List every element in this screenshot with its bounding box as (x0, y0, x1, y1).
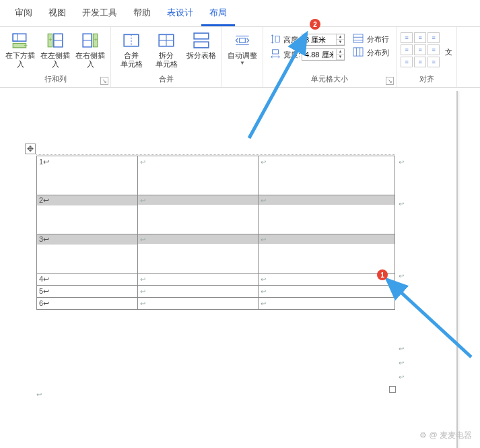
table-cell[interactable]: 6↩ (37, 298, 138, 310)
tab-table-design[interactable]: 表设计 (159, 3, 201, 26)
svg-rect-27 (353, 48, 363, 56)
svg-text:+: + (94, 36, 98, 43)
ribbon-tabs: 审阅 视图 开发工具 帮助 表设计 布局 (0, 0, 480, 27)
insert-left-label: 在左侧插入 (40, 51, 70, 69)
table-cell[interactable]: ↩ (137, 298, 259, 310)
row-height-control: 高度: ▲▼ (270, 34, 345, 46)
svg-rect-22 (275, 36, 279, 42)
table-cell[interactable]: 4↩ (37, 274, 138, 286)
distribute-rows-button[interactable]: 分布行 (353, 34, 389, 44)
row-height-icon (270, 34, 282, 46)
group-rows-cols-label: 行和列 (44, 74, 67, 86)
table-cell[interactable]: ↩ (137, 274, 259, 286)
table-row[interactable]: 6↩↩↩ (37, 298, 395, 310)
align-tl[interactable]: ≡ (401, 32, 413, 43)
insert-below-label: 在下方插入 (5, 51, 35, 69)
table-cell[interactable]: ↩ (259, 156, 395, 195)
svg-rect-1 (13, 34, 18, 41)
insert-right-icon: + (81, 31, 100, 50)
svg-rect-17 (194, 33, 209, 39)
width-input[interactable] (302, 49, 336, 60)
align-mc[interactable]: ≡ (414, 44, 426, 55)
align-tr[interactable]: ≡ (427, 32, 440, 43)
align-mr[interactable]: ≡ (427, 44, 440, 55)
split-table-icon (192, 31, 211, 50)
rows-cols-launcher[interactable]: ↘ (100, 77, 108, 85)
distribute-cols-label: 分布列 (367, 48, 389, 58)
width-spinner[interactable]: ▲▼ (302, 49, 345, 61)
insert-left-button[interactable]: + 在左侧插入 (39, 30, 71, 70)
split-table-button[interactable]: 拆分表格 (185, 30, 217, 61)
callout-badge-1: 1 (377, 269, 388, 280)
table-cell[interactable]: ↩ (137, 195, 259, 234)
table-cell[interactable]: ↩ (137, 286, 259, 298)
svg-rect-18 (194, 42, 209, 48)
table-cell[interactable]: ↩ (259, 195, 395, 234)
width-down[interactable]: ▼ (337, 55, 344, 60)
table-cell[interactable]: 1↩ (37, 156, 138, 195)
table-cell[interactable]: ↩ (259, 274, 395, 286)
group-merge: 合并 单元格 拆分 单元格 拆分表格 合并 (111, 27, 222, 87)
height-up[interactable]: ▲ (337, 34, 344, 40)
table-row[interactable]: 4↩↩↩ (37, 274, 395, 286)
align-grid: ≡ ≡ ≡ ≡ ≡ ≡ ≡ ≡ ≡ (401, 30, 440, 67)
align-tc[interactable]: ≡ (414, 32, 426, 43)
merge-cells-button[interactable]: 合并 单元格 (115, 30, 147, 70)
align-bc[interactable]: ≡ (414, 57, 426, 67)
distribute-rows-label: 分布行 (367, 34, 389, 44)
height-down[interactable]: ▼ (337, 40, 344, 45)
dropdown-icon: ▼ (240, 60, 245, 66)
ribbon: + 在下方插入 + 在左侧插入 + 在右侧插入 行和列 ↘ (0, 27, 480, 88)
table-row[interactable]: 2↩↩↩ (37, 195, 395, 234)
distribute-rows-icon (353, 34, 365, 44)
document-table[interactable]: 1↩↩↩2↩↩↩3↩↩↩4↩↩↩5↩↩↩6↩↩↩ (36, 156, 395, 310)
table-row[interactable]: 5↩↩↩ (37, 286, 395, 298)
table-cell[interactable]: 2↩ (37, 195, 138, 234)
align-br[interactable]: ≡ (427, 57, 440, 67)
tab-layout[interactable]: 布局 (201, 3, 235, 26)
split-cells-button[interactable]: 拆分 单元格 (150, 30, 182, 70)
align-ml[interactable]: ≡ (401, 44, 413, 55)
width-up[interactable]: ▲ (337, 49, 344, 55)
table-row[interactable]: 3↩↩↩ (37, 234, 395, 274)
table-resize-handle[interactable] (389, 386, 396, 393)
col-width-control: 宽度: ▲▼ (270, 49, 345, 61)
tab-review[interactable]: 审阅 (7, 3, 40, 26)
autofit-button[interactable]: 自动调整 ▼ (226, 30, 259, 67)
svg-text:+: + (48, 36, 53, 43)
insert-right-button[interactable]: + 在右侧插入 (74, 30, 106, 70)
tab-help[interactable]: 帮助 (125, 3, 159, 26)
table-cell[interactable]: 3↩ (37, 234, 138, 274)
para-mark: ↩ (36, 391, 42, 398)
group-rows-cols: + 在下方插入 + 在左侧插入 + 在右侧插入 行和列 ↘ (0, 27, 111, 87)
table-cell[interactable]: ↩ (137, 156, 259, 195)
table-cell[interactable]: ↩ (259, 298, 395, 310)
table-move-handle-icon[interactable]: ✥ (25, 143, 36, 154)
insert-below-button[interactable]: + 在下方插入 (4, 30, 36, 70)
table-cell[interactable]: ↩ (137, 234, 259, 274)
insert-left-icon: + (46, 31, 65, 50)
insert-right-label: 在右侧插入 (75, 51, 105, 69)
merge-cells-icon (122, 31, 141, 50)
tab-view[interactable]: 视图 (40, 3, 74, 26)
table-row[interactable]: 1↩↩↩ (37, 156, 395, 195)
height-spinner[interactable]: ▲▼ (302, 34, 345, 46)
distribute-cols-button[interactable]: 分布列 (353, 47, 389, 58)
table-cell[interactable]: 5↩ (37, 286, 138, 298)
row-end-mark: ↩ (399, 200, 404, 207)
cell-size-launcher[interactable]: ↘ (386, 77, 394, 85)
svg-text:+: + (24, 42, 28, 49)
table-cell[interactable]: ↩ (259, 286, 395, 298)
row-end-mark: ↩ (399, 158, 404, 166)
group-cell-size: 高度: ▲▼ 宽度: ▲▼ 分布行 分布列 单元 (263, 27, 397, 87)
table-cell[interactable]: ↩ (259, 234, 395, 274)
autofit-label: 自动调整 (228, 51, 257, 60)
distribute-cols-icon (353, 47, 365, 58)
height-input[interactable] (302, 34, 336, 45)
col-width-icon (270, 49, 282, 61)
page: ✥ 1↩↩↩2↩↩↩3↩↩↩4↩↩↩5↩↩↩6↩↩↩ ↩ ↩ ↩ ↩ ↩ ↩ ↩ (0, 91, 458, 448)
tab-dev[interactable]: 开发工具 (74, 3, 125, 26)
group-cell-size-label: 单元格大小 (311, 74, 348, 86)
align-bl[interactable]: ≡ (401, 57, 413, 67)
text-direction-button[interactable]: 文 (445, 47, 452, 57)
